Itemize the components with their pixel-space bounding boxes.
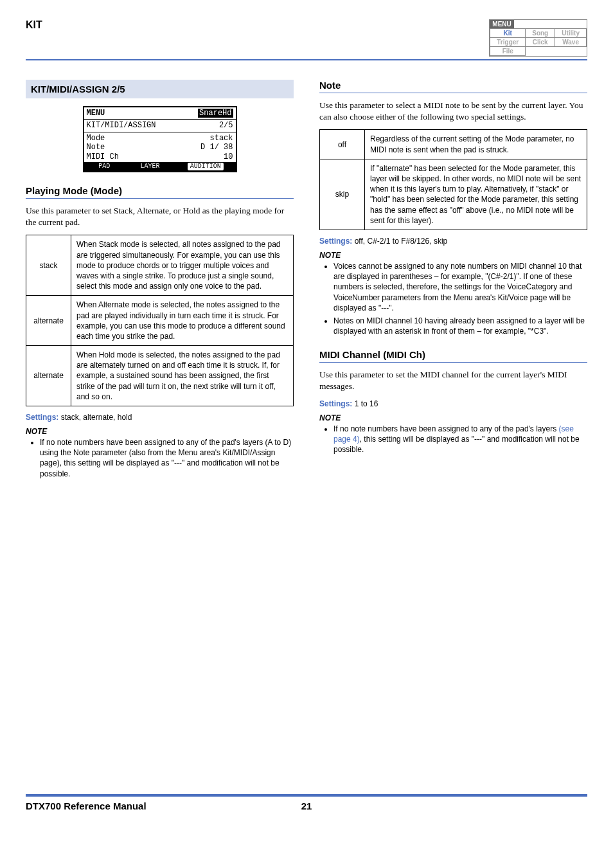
- table-row: off Regardless of the current setting of…: [320, 130, 587, 159]
- page-footer: DTX700 Reference Manual 21: [26, 794, 587, 811]
- tab-song: Song: [526, 29, 555, 38]
- lcd-menu: MENU: [87, 109, 105, 118]
- tab-click: Click: [526, 38, 555, 47]
- mode-key: alternate: [26, 296, 71, 346]
- note-item: Notes on MIDI channel 10 having already …: [333, 316, 587, 336]
- lcd-kitname: SnareHd: [198, 109, 233, 118]
- settings-line: Settings: off, C#-2/1 to F#8/126, skip: [319, 237, 587, 246]
- lcd-tab: AUDITION: [188, 163, 224, 170]
- lcd-tab: PAD: [96, 163, 112, 170]
- table-row: skip If "alternate" has been selected fo…: [320, 159, 587, 230]
- note-list: Voices cannot be assigned to any note nu…: [319, 261, 587, 336]
- lcd-tab: LAYER: [138, 163, 162, 170]
- tab-trigger: Trigger: [490, 38, 526, 47]
- body-text: Use this parameter to set Stack, Alterna…: [26, 205, 294, 228]
- note-text: If no note numbers have been assigned to…: [333, 424, 559, 433]
- table-row: alternate When Alternate mode is selecte…: [26, 296, 294, 346]
- lcd-row-value: stack: [209, 134, 233, 143]
- mode-desc: When Stack mode is selected, all notes a…: [71, 235, 294, 296]
- settings-label: Settings:: [319, 237, 352, 246]
- lcd-row-label: MIDI Ch: [87, 152, 119, 161]
- table-row: alternate When Hold mode is selected, th…: [26, 346, 294, 406]
- body-text: Use this parameter to set the MIDI chann…: [319, 369, 587, 392]
- mode-desc: When Alternate mode is selected, the not…: [71, 296, 294, 346]
- note-item: If no note numbers have been assigned to…: [40, 437, 294, 479]
- section-heading-playing-mode: Playing Mode (Mode): [26, 185, 294, 199]
- lcd-page: 2/5: [219, 121, 233, 130]
- note-key: off: [320, 130, 365, 159]
- note-key: skip: [320, 159, 365, 230]
- lcd-screenshot: MENU SnareHd KIT/MIDI/ASSIGN 2/5 Modesta…: [83, 106, 237, 172]
- lcd-path: KIT/MIDI/ASSIGN: [87, 121, 156, 130]
- top-bar: KIT MENU Kit Song Utility Trigger Click …: [26, 19, 587, 60]
- mode-table: stack When Stack mode is selected, all n…: [26, 235, 294, 406]
- settings-value: off, C#-2/1 to F#8/126, skip: [355, 237, 448, 246]
- note-list: If no note numbers have been assigned to…: [26, 437, 294, 479]
- menu-title: MENU: [490, 20, 513, 28]
- note-desc: Regardless of the current setting of the…: [365, 130, 587, 159]
- section-heading-note: Note: [319, 80, 587, 93]
- tab-wave: Wave: [555, 38, 587, 47]
- note-item: If no note numbers have been assigned to…: [333, 424, 587, 455]
- mode-key: stack: [26, 235, 71, 296]
- lcd-row-label: Mode: [87, 134, 105, 143]
- note-heading: NOTE: [319, 413, 587, 422]
- tab-utility: Utility: [555, 29, 587, 38]
- note-heading: NOTE: [319, 251, 587, 260]
- lcd-row-value: 10: [224, 152, 233, 161]
- tab-kit: Kit: [490, 29, 526, 38]
- footer-page-number: 21: [301, 800, 312, 811]
- settings-value: stack, alternate, hold: [61, 413, 132, 422]
- note-desc: If "alternate" has been selected for the…: [365, 159, 587, 230]
- section-heading-midi-channel: MIDI Channel (MIDI Ch): [319, 349, 587, 363]
- note-text: , this setting will be displayed as "---…: [333, 435, 580, 454]
- page-bar-heading: KIT/MIDI/ASSIGN 2/5: [26, 80, 294, 98]
- right-column: Note Use this parameter to select a MIDI…: [319, 73, 587, 485]
- left-column: KIT/MIDI/ASSIGN 2/5 MENU SnareHd KIT/MID…: [26, 73, 294, 485]
- settings-value: 1 to 16: [355, 399, 378, 408]
- note-table: off Regardless of the current setting of…: [319, 129, 587, 230]
- section-label: KIT: [26, 19, 42, 31]
- settings-line: Settings: stack, alternate, hold: [26, 413, 294, 422]
- note-item: Voices cannot be assigned to any note nu…: [333, 261, 587, 313]
- mode-key: alternate: [26, 346, 71, 406]
- lcd-row-value: D 1/ 38: [200, 143, 233, 152]
- settings-label: Settings:: [26, 413, 58, 422]
- settings-line: Settings: 1 to 16: [319, 399, 587, 408]
- mode-desc: When Hold mode is selected, the notes as…: [71, 346, 294, 406]
- lcd-row-label: Note: [87, 143, 105, 152]
- body-text: Use this parameter to select a MIDI note…: [319, 100, 587, 123]
- note-heading: NOTE: [26, 427, 294, 436]
- table-row: stack When Stack mode is selected, all n…: [26, 235, 294, 296]
- menu-tabs: MENU Kit Song Utility Trigger Click Wave…: [489, 19, 587, 57]
- footer-manual-title: DTX700 Reference Manual: [26, 800, 147, 811]
- settings-label: Settings:: [319, 399, 352, 408]
- tab-file: File: [490, 47, 526, 56]
- note-list: If no note numbers have been assigned to…: [319, 424, 587, 455]
